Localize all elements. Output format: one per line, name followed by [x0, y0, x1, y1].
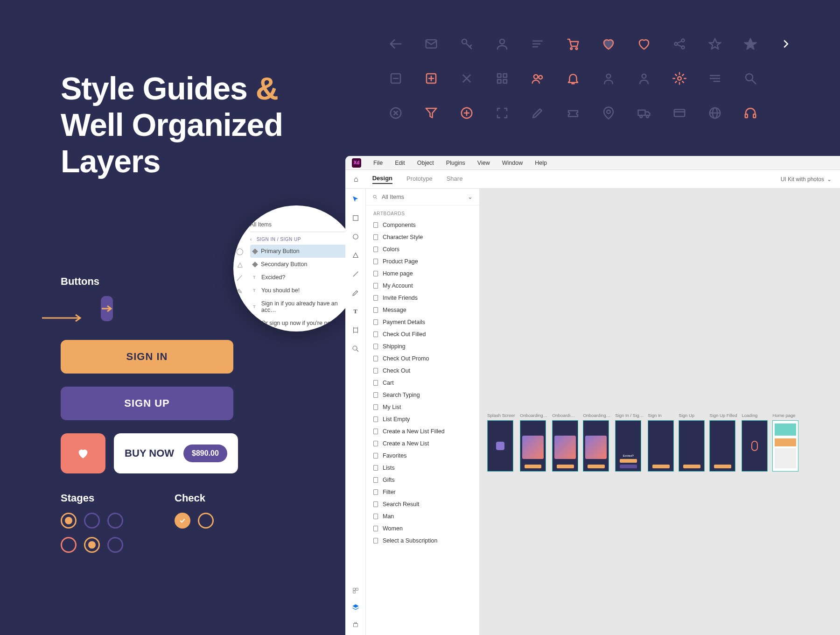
plugins-icon[interactable] [351, 620, 360, 628]
artboard-item[interactable]: Home page [366, 268, 479, 280]
menu-file[interactable]: File [373, 160, 383, 166]
artboard-thumbnail[interactable]: Onboarding… [520, 413, 547, 472]
artboard-thumbnail[interactable]: Home page [772, 413, 798, 472]
home-icon[interactable]: ⌂ [354, 175, 358, 183]
artboard-item[interactable]: Lists [366, 462, 479, 474]
tab-prototype[interactable]: Prototype [406, 175, 433, 183]
artboard-label: Invite Friends [383, 295, 418, 301]
artboard-item[interactable]: Check Out Filled [366, 328, 479, 340]
menu-object[interactable]: Object [417, 160, 434, 166]
check-dot-filled[interactable] [175, 513, 190, 529]
artboard-tool-icon[interactable] [351, 326, 360, 334]
text-tool-icon[interactable]: T [351, 307, 360, 316]
hero-line3: Layers [61, 143, 160, 179]
menu-plugins[interactable]: Plugins [446, 160, 465, 166]
assets-icon[interactable] [351, 586, 360, 595]
person-outline-icon [626, 65, 662, 92]
xd-canvas[interactable]: Splash ScreenOnboarding…Onboardi…Onboard… [480, 189, 840, 635]
artboard-label: Home page [383, 270, 413, 277]
artboard-item[interactable]: Select a Subscription [366, 535, 479, 547]
stage-dot[interactable] [107, 537, 123, 553]
document-title[interactable]: UI Kit with photos ⌄ [781, 176, 832, 183]
artboard-item[interactable]: Women [366, 522, 479, 535]
panel-filter[interactable]: All Items ⌄ [366, 189, 479, 205]
artboard-thumbnail[interactable]: Splash Screen [487, 413, 515, 472]
artboard-thumbnail[interactable]: Sign Up [679, 413, 705, 472]
thumb-label: Onboarding… [520, 413, 547, 418]
artboard-item[interactable]: Character Style [366, 231, 479, 243]
tab-design[interactable]: Design [372, 175, 392, 184]
layer-label: Or sign up now if you're new [261, 320, 335, 326]
buy-now-card[interactable]: BUY NOW $890.00 [114, 433, 238, 473]
artboard-item[interactable]: Shipping [366, 340, 479, 353]
menu-window[interactable]: Window [502, 160, 523, 166]
layer-item[interactable]: Secondary Button [250, 258, 355, 271]
check-dot-outline[interactable] [198, 513, 214, 529]
breadcrumb-back-icon[interactable]: ‹ [250, 237, 252, 242]
artboard-item[interactable]: Invite Friends [366, 292, 479, 304]
layer-item[interactable]: TSign in if you already have an acc… [250, 297, 355, 317]
pen-tool-icon[interactable] [351, 289, 360, 297]
menu-edit[interactable]: Edit [395, 160, 405, 166]
artboard-item[interactable]: Filter [366, 486, 479, 498]
artboard-item[interactable]: Man [366, 510, 479, 522]
artboard-item[interactable]: Payment Details [366, 316, 479, 328]
stage-dot[interactable] [107, 513, 123, 529]
artboard-item[interactable]: Gifts [366, 474, 479, 486]
tab-share[interactable]: Share [447, 175, 463, 183]
artboard-icon [373, 368, 378, 374]
stage-dot[interactable] [84, 537, 100, 553]
artboard-item[interactable]: Search Typing [366, 389, 479, 401]
select-tool-icon[interactable] [351, 195, 360, 204]
svg-rect-72 [353, 624, 357, 627]
layer-item[interactable]: TOr sign up now if you're new [250, 317, 355, 330]
artboard-item[interactable]: Create a New List [366, 437, 479, 450]
artboard-thumbnail[interactable]: Sign In / Sig…Excited? [615, 413, 643, 472]
sign-up-button[interactable]: SIGN UP [61, 387, 233, 420]
stage-dot[interactable] [84, 513, 100, 529]
ellipse-tool-icon[interactable] [351, 233, 360, 241]
artboard-item[interactable]: List Empty [366, 413, 479, 425]
sign-in-button[interactable]: SIGN IN [61, 340, 233, 374]
artboard-item[interactable]: My Account [366, 280, 479, 292]
artboard-item[interactable]: Colors [366, 243, 479, 255]
artboard-thumbnail[interactable]: Onboarding… [583, 413, 610, 472]
stage-dot[interactable] [61, 513, 77, 529]
artboard-item[interactable]: Cart [366, 377, 479, 389]
layers-icon[interactable] [351, 603, 360, 612]
artboard-item[interactable]: Create a New List Filled [366, 425, 479, 437]
artboard-item[interactable]: Check Out [366, 365, 479, 377]
svg-rect-29 [497, 80, 501, 84]
menu-help[interactable]: Help [535, 160, 547, 166]
star-fill-icon [733, 30, 768, 57]
favorite-button[interactable] [61, 433, 105, 473]
artboard-item[interactable]: Search Result [366, 498, 479, 510]
artboard-thumbnail[interactable]: Onboardi… [552, 413, 578, 472]
arrow-button[interactable] [101, 296, 113, 321]
artboard-item[interactable]: Message [366, 304, 479, 316]
layer-label: Secondary Button [261, 261, 307, 268]
artboard-item[interactable]: Components [366, 219, 479, 231]
artboard-icon [373, 404, 378, 410]
artboard-icon [373, 247, 378, 252]
artboard-item[interactable]: My List [366, 401, 479, 413]
line-icon: ／ [237, 274, 243, 282]
menu-view[interactable]: View [477, 160, 490, 166]
artboard-item[interactable]: Product Page [366, 255, 479, 268]
layer-item[interactable]: Primary Button [250, 245, 355, 258]
artboard-item[interactable]: Check Out Promo [366, 353, 479, 365]
artboard-thumbnail[interactable]: Loading [742, 413, 768, 472]
artboard-item[interactable]: Favorites [366, 450, 479, 462]
rectangle-tool-icon[interactable] [351, 214, 360, 222]
artboard-thumbnail[interactable]: Sign Up Filled [709, 413, 737, 472]
artboard-thumbnail[interactable]: Sign In [648, 413, 674, 472]
zoom-tool-icon[interactable] [351, 345, 360, 353]
funnel-icon [413, 99, 449, 127]
layer-item[interactable]: TYou should be! [250, 284, 355, 297]
stage-dot[interactable] [61, 537, 77, 553]
polygon-tool-icon[interactable] [351, 251, 360, 260]
document-title-text: UI Kit with photos [781, 176, 824, 183]
line-tool-icon[interactable] [351, 270, 360, 278]
layer-item[interactable]: TExcided? [250, 271, 355, 284]
bubble-filter[interactable]: All Items [250, 221, 355, 232]
